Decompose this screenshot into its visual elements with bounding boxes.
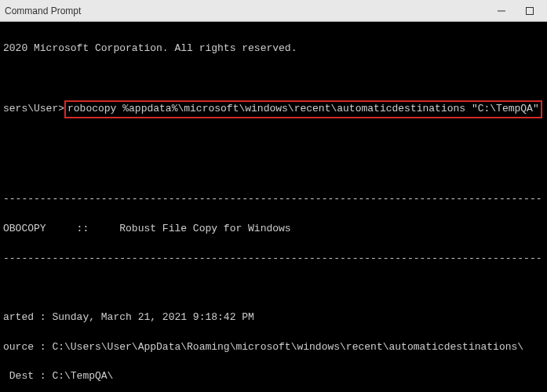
blank-line [3, 281, 547, 296]
maximize-button[interactable] [516, 2, 544, 20]
source-line: ource : C:\Users\User\AppData\Roaming\mi… [3, 340, 547, 355]
started-line: arted : Sunday, March 21, 2021 9:18:42 P… [3, 310, 547, 325]
blank-line [3, 71, 547, 86]
terminal-output[interactable]: 2020 Microsoft Corporation. All rights r… [0, 22, 547, 392]
window-title: Command Prompt [5, 5, 81, 16]
window-controls [487, 2, 544, 20]
prompt-prefix: sers\User> [3, 103, 64, 114]
titlebar: Command Prompt [0, 0, 547, 22]
minimize-icon [498, 7, 505, 15]
blank-line [3, 163, 547, 178]
minimize-button[interactable] [487, 2, 516, 20]
highlighted-command: robocopy %appdata%\microsoft\windows\rec… [64, 100, 542, 118]
maximize-icon [526, 7, 534, 15]
copyright-line: 2020 Microsoft Corporation. All rights r… [3, 42, 547, 56]
separator-line: ----------------------------------------… [3, 192, 547, 207]
separator-line: ----------------------------------------… [3, 252, 547, 267]
dest-line: Dest : C:\TempQA\ [3, 369, 547, 384]
blank-line [3, 133, 547, 148]
prompt-line: sers\User>robocopy %appdata%\microsoft\w… [3, 100, 547, 118]
tool-name-line: OBOCOPY :: Robust File Copy for Windows [3, 222, 547, 237]
svg-rect-1 [527, 7, 534, 14]
